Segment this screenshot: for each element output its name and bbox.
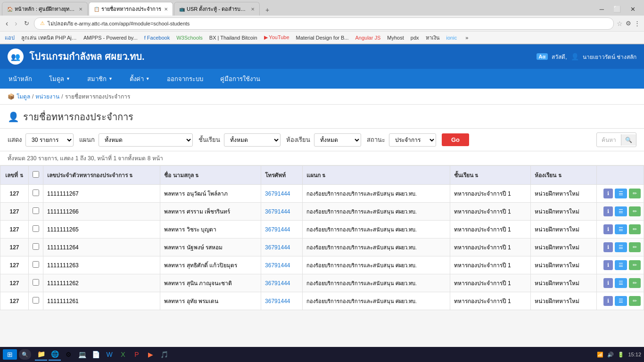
bookmark-w3schools[interactable]: W3Schools [173,34,206,41]
bookmark-ampps[interactable]: AMPPS - Powered by... [81,34,140,41]
tab-3-close[interactable]: ✕ [251,7,255,12]
edit-button[interactable]: ✏ [629,278,641,288]
bookmark-haengern[interactable]: หาเงิน [423,33,443,43]
bookmark-facebook[interactable]: f Facebook [141,34,173,41]
bookmark-bx[interactable]: BX | Thailand Bitcoin [206,34,260,41]
phone-link[interactable]: 36791444 [265,226,290,233]
tab-1-close[interactable]: ✕ [79,7,83,12]
list-button[interactable]: ☰ [615,260,627,270]
list-button[interactable]: ☰ [615,189,627,198]
select-all-checkbox[interactable] [33,171,39,178]
extensions-icon[interactable]: ⚙ [626,20,631,27]
nav-logout[interactable]: ออกจากระบบ [158,69,212,89]
info-button[interactable]: ℹ [603,242,613,252]
bookmark-youtube[interactable]: ▶ YouTube [261,33,292,41]
row-checkbox[interactable] [33,261,39,268]
row-checkbox[interactable] [33,243,39,250]
cell-name: พลทหาร นัฐพงษ์ รสหอม [160,239,261,256]
tab-2-close[interactable]: ✕ [164,7,168,12]
cell-phone[interactable]: 36791444 [261,203,303,221]
search-button[interactable]: 🔍 [621,134,636,146]
cell-check[interactable] [29,221,43,239]
cell-check[interactable] [29,185,43,203]
info-button[interactable]: ℹ [603,260,613,270]
cell-phone[interactable]: 36791444 [261,256,303,274]
restore-button[interactable]: ⬜ [611,5,624,14]
nav-module[interactable]: โมดูล ▼ [41,69,79,89]
tab-2[interactable]: 📋 รายชื่อทหารกองประจำการ ✕ [89,2,173,16]
reload-button[interactable]: ↻ [22,19,31,28]
bookmark-ionic[interactable]: ionic [444,34,460,41]
bookmark-myhost[interactable]: Myhost [384,34,406,41]
breadcrumb-module[interactable]: โมดูล [17,92,30,101]
cell-check[interactable] [29,274,43,292]
edit-button[interactable]: ✏ [629,206,641,216]
nav-settings[interactable]: ตั้งค่า ▼ [121,69,158,89]
nav-manual[interactable]: คู่มือการใช้งาน [212,69,269,89]
edit-button[interactable]: ✏ [629,260,641,270]
cell-check[interactable] [29,203,43,221]
menu-icon[interactable]: ⋮ [634,20,640,27]
bookmark-pdx[interactable]: pdx [408,34,422,41]
phone-link[interactable]: 36791444 [265,280,290,287]
class-select[interactable]: ทั้งหมด [224,133,281,147]
list-button[interactable]: ☰ [615,224,627,234]
edit-button[interactable]: ✏ [629,242,641,252]
unit-select[interactable]: ทั้งหมด [99,133,193,147]
cell-phone[interactable]: 36791444 [261,292,303,310]
nav-member-label: สมาชิก [87,74,107,84]
row-checkbox[interactable] [33,207,39,214]
edit-button[interactable]: ✏ [629,296,641,306]
bookmark-material[interactable]: Material Design for B... [293,34,352,41]
phone-link[interactable]: 36791444 [265,190,290,197]
nav-home[interactable]: หน้าหลัก [0,69,41,89]
tab-3[interactable]: 📺 USR ตั้งกระทู้ - ดอสำรบอร์จ สำหรั ✕ [174,2,260,16]
list-button[interactable]: ☰ [615,278,627,288]
list-button[interactable]: ☰ [615,242,627,252]
cell-check[interactable] [29,292,43,310]
bookmark-star[interactable]: ☆ [617,20,623,27]
row-checkbox[interactable] [33,279,39,286]
bookmark-apps[interactable]: แอป [2,33,17,43]
minimize-button[interactable]: ─ [597,5,607,14]
address-bar[interactable]: ⚠ ไม่ปลอดภัย e-army.attc-rta.com/app/#mo… [34,17,614,30]
row-checkbox[interactable] [33,189,39,196]
room-select[interactable]: ทั้งหมด [314,133,361,147]
cell-phone[interactable]: 36791444 [261,185,303,203]
back-button[interactable]: ‹ [4,18,10,29]
info-button[interactable]: ℹ [603,189,613,198]
info-button[interactable]: ℹ [603,206,613,216]
status-select[interactable]: ประจำการ ทั้งหมด ลาออก [389,133,436,147]
go-button[interactable]: Go [442,133,469,146]
show-select[interactable]: 30 รายการ 50 รายการ 100 รายการ [25,133,74,147]
cell-num: 127 [0,221,29,239]
nav-member[interactable]: สมาชิก ▼ [79,69,121,89]
phone-link[interactable]: 36791444 [265,244,290,251]
phone-link[interactable]: 36791444 [265,298,290,304]
phone-link[interactable]: 36791444 [265,262,290,269]
cell-phone[interactable]: 36791444 [261,239,303,256]
info-button[interactable]: ℹ [603,296,613,306]
cell-check[interactable] [29,256,43,274]
phone-link[interactable]: 36791444 [265,208,290,215]
edit-button[interactable]: ✏ [629,224,641,234]
cell-check[interactable] [29,239,43,256]
info-button[interactable]: ℹ [603,224,613,234]
breadcrumb-unit[interactable]: หน่วยงาน [35,92,59,101]
filter-bar: แสดง 30 รายการ 50 รายการ 100 รายการ แผนก… [0,129,644,151]
bookmark-php[interactable]: ลูกเล่น เทคนิค PHP Aja... [18,33,80,43]
row-checkbox[interactable] [33,225,39,232]
more-bookmarks[interactable]: » [462,34,471,41]
forward-button[interactable]: › [13,18,19,29]
edit-button[interactable]: ✏ [629,189,641,198]
list-button[interactable]: ☰ [615,206,627,216]
tab-1[interactable]: 🏠 หน้าหลัก : ศูนย์ฝึกทางยุทธวิธี ✕ [2,2,88,16]
cell-phone[interactable]: 36791444 [261,221,303,239]
list-button[interactable]: ☰ [615,296,627,306]
new-tab-button[interactable]: + [261,4,274,16]
bookmark-angular[interactable]: Angular JS [352,34,383,41]
row-checkbox[interactable] [33,297,39,304]
info-button[interactable]: ℹ [603,278,613,288]
close-button[interactable]: ✕ [627,5,638,14]
cell-phone[interactable]: 36791444 [261,274,303,292]
